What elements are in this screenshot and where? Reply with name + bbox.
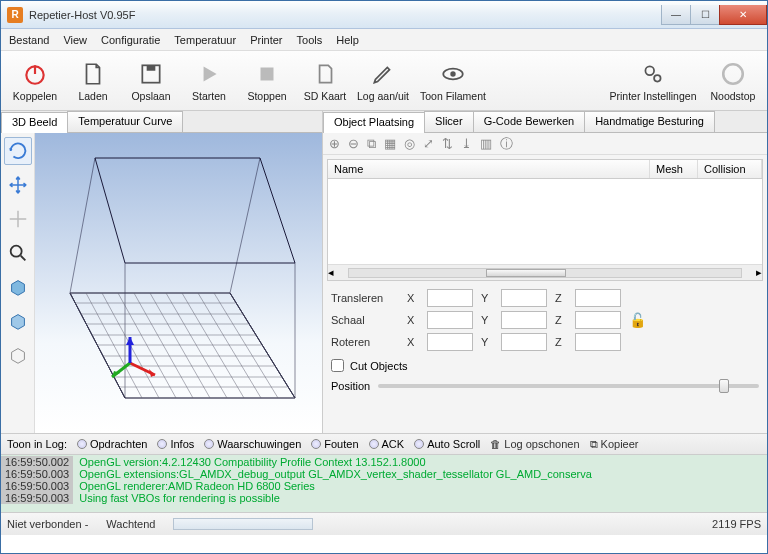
start-button[interactable]: Starten bbox=[181, 60, 237, 102]
move-object-button[interactable] bbox=[4, 205, 32, 233]
tab-temperatuur-curve[interactable]: Temperatuur Curve bbox=[67, 111, 183, 132]
drop-icon[interactable]: ⤓ bbox=[461, 136, 472, 151]
filter-waarschuwingen[interactable]: Waarschuwingen bbox=[204, 438, 301, 450]
isometric-button[interactable] bbox=[4, 273, 32, 301]
menu-view[interactable]: View bbox=[63, 34, 87, 46]
svg-rect-4 bbox=[261, 67, 274, 80]
tab-handmatige[interactable]: Handmatige Besturing bbox=[584, 111, 715, 132]
svg-point-9 bbox=[723, 64, 743, 84]
front-button[interactable] bbox=[4, 307, 32, 335]
svg-rect-3 bbox=[147, 65, 156, 70]
col-collision[interactable]: Collision bbox=[698, 160, 762, 178]
window-title: Repetier-Host V0.95F bbox=[29, 9, 662, 21]
status-fps: 2119 FPS bbox=[712, 518, 761, 530]
table-body[interactable] bbox=[328, 179, 762, 264]
info-icon[interactable]: ⓘ bbox=[500, 135, 513, 153]
tab-slicer[interactable]: Slicer bbox=[424, 111, 474, 132]
emergency-stop-button[interactable]: Noodstop bbox=[705, 60, 761, 102]
menu-printer[interactable]: Printer bbox=[250, 34, 282, 46]
svg-line-17 bbox=[118, 293, 176, 398]
label-schaal: Schaal bbox=[331, 314, 401, 326]
play-icon bbox=[195, 60, 223, 88]
svg-line-15 bbox=[86, 293, 142, 398]
sdcard-icon bbox=[311, 60, 339, 88]
mirror-icon[interactable]: ⇅ bbox=[442, 136, 453, 151]
col-name[interactable]: Name bbox=[328, 160, 650, 178]
minimize-button[interactable]: — bbox=[661, 5, 691, 25]
rotate-y-input[interactable] bbox=[501, 333, 547, 351]
file-icon bbox=[79, 60, 107, 88]
filter-ack[interactable]: ACK bbox=[369, 438, 405, 450]
status-bar: Niet verbonden - Wachtend 2119 FPS bbox=[1, 513, 767, 535]
view-toolbar bbox=[1, 133, 35, 433]
center-icon[interactable]: ◎ bbox=[404, 136, 415, 151]
filter-infos[interactable]: Infos bbox=[157, 438, 194, 450]
maximize-button[interactable]: ☐ bbox=[690, 5, 720, 25]
stop-icon bbox=[253, 60, 281, 88]
connect-button[interactable]: Koppelen bbox=[7, 60, 63, 102]
menu-tools[interactable]: Tools bbox=[297, 34, 323, 46]
menu-temperatuur[interactable]: Temperatuur bbox=[174, 34, 236, 46]
cut-objects-checkbox[interactable] bbox=[331, 359, 344, 372]
col-mesh[interactable]: Mesh bbox=[650, 160, 698, 178]
titlebar: R Repetier-Host V0.95F — ☐ ✕ bbox=[1, 1, 767, 29]
cut-objects-label: Cut Objects bbox=[350, 360, 407, 372]
load-button[interactable]: Laden bbox=[65, 60, 121, 102]
filter-autoscroll[interactable]: Auto Scroll bbox=[414, 438, 480, 450]
transform-panel: Transleren X Y Z Schaal X Y Z 🔓 Roteren … bbox=[323, 285, 767, 355]
clear-log-button[interactable]: 🗑 Log opschonen bbox=[490, 438, 579, 450]
sdcard-button[interactable]: SD Kaart bbox=[297, 60, 353, 102]
copy-log-button[interactable]: ⧉ Kopieer bbox=[590, 438, 639, 451]
position-label: Position bbox=[331, 380, 370, 392]
rotate-z-input[interactable] bbox=[575, 333, 621, 351]
save-icon bbox=[137, 60, 165, 88]
status-wait: Wachtend bbox=[106, 518, 155, 530]
position-slider[interactable] bbox=[378, 384, 759, 388]
top-button[interactable] bbox=[4, 341, 32, 369]
svg-point-6 bbox=[450, 71, 455, 76]
scale-z-input[interactable] bbox=[575, 311, 621, 329]
menu-help[interactable]: Help bbox=[336, 34, 359, 46]
lock-icon[interactable]: 🔓 bbox=[629, 312, 653, 328]
zoom-button[interactable] bbox=[4, 239, 32, 267]
pencil-icon bbox=[369, 60, 397, 88]
close-button[interactable]: ✕ bbox=[719, 5, 767, 25]
svg-line-19 bbox=[150, 293, 210, 398]
tab-3d-beeld[interactable]: 3D Beeld bbox=[1, 112, 68, 133]
translate-x-input[interactable] bbox=[427, 289, 473, 307]
menu-configuratie[interactable]: Configuratie bbox=[101, 34, 160, 46]
remove-icon[interactable]: ⊖ bbox=[348, 136, 359, 151]
log-toggle-button[interactable]: Log aan/uit bbox=[355, 60, 411, 102]
tab-object-plaatsing[interactable]: Object Plaatsing bbox=[323, 112, 425, 133]
save-button[interactable]: Opslaan bbox=[123, 60, 179, 102]
add-icon[interactable]: ⊕ bbox=[329, 136, 340, 151]
svg-point-7 bbox=[645, 66, 654, 75]
filter-opdrachten[interactable]: Opdrachten bbox=[77, 438, 147, 450]
svg-line-14 bbox=[70, 293, 125, 398]
svg-line-23 bbox=[214, 293, 278, 398]
menu-bestand[interactable]: Bestand bbox=[9, 34, 49, 46]
move-view-button[interactable] bbox=[4, 171, 32, 199]
translate-y-input[interactable] bbox=[501, 289, 547, 307]
filament-button[interactable]: Toon Filament bbox=[413, 60, 493, 102]
canvas-3d[interactable] bbox=[35, 133, 322, 433]
scale-x-input[interactable] bbox=[427, 311, 473, 329]
printer-settings-button[interactable]: Printer Instellingen bbox=[603, 60, 703, 102]
label-transleren: Transleren bbox=[331, 292, 401, 304]
scale-y-input[interactable] bbox=[501, 311, 547, 329]
log-view[interactable]: 16:59:50.002OpenGL version:4.2.12430 Com… bbox=[1, 455, 767, 513]
stop-button[interactable]: Stoppen bbox=[239, 60, 295, 102]
translate-z-input[interactable] bbox=[575, 289, 621, 307]
analyze-icon[interactable]: ▥ bbox=[480, 136, 492, 151]
status-progress bbox=[173, 518, 313, 530]
right-pane: Object Plaatsing Slicer G-Code Bewerken … bbox=[323, 111, 767, 433]
filter-fouten[interactable]: Fouten bbox=[311, 438, 358, 450]
scale-icon[interactable]: ⤢ bbox=[423, 136, 434, 151]
rotate-view-button[interactable] bbox=[4, 137, 32, 165]
table-scrollbar[interactable]: ◂▸ bbox=[328, 264, 762, 280]
grid-icon[interactable]: ▦ bbox=[384, 136, 396, 151]
power-icon bbox=[21, 60, 49, 88]
tab-gcode[interactable]: G-Code Bewerken bbox=[473, 111, 586, 132]
rotate-x-input[interactable] bbox=[427, 333, 473, 351]
copy-icon[interactable]: ⧉ bbox=[367, 136, 376, 152]
